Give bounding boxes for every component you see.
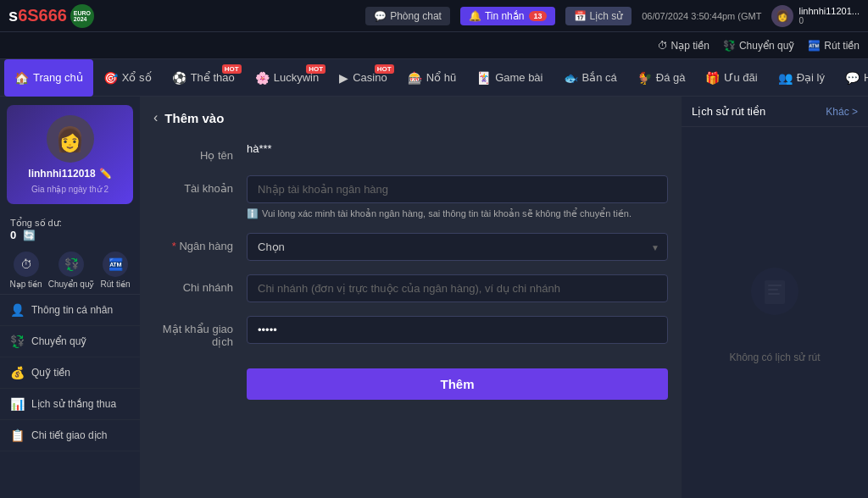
ngan-hang-wrap: Chọn <box>247 233 668 261</box>
nav-label-nohu: Nổ hũ <box>426 71 456 84</box>
hot-badge-luckywin: HOT <box>306 64 326 74</box>
right-panel-more[interactable]: Khác > <box>826 106 858 118</box>
nap-tien-action[interactable]: ⏱ Nạp tiền <box>658 40 709 52</box>
doc-icon: 📋 <box>10 429 25 442</box>
form-group-submit: Thêm <box>153 362 668 400</box>
main-area: 👩 linhnhi112018 ✏️ Gia nhập ngày thứ 2 T… <box>0 97 868 498</box>
refresh-icon[interactable]: 🔄 <box>23 230 36 241</box>
sidebar-menu: 👤 Thông tin cá nhân 💱 Chuyển quỹ 💰 Quỹ t… <box>0 295 140 498</box>
phong-chat-label: Phòng chat <box>390 10 442 22</box>
ho-ten-label: Họ tên <box>153 142 247 162</box>
nav-label-trangchu: Trang chủ <box>33 71 83 84</box>
nav-item-daga[interactable]: 🐓 Đá gà <box>627 59 696 97</box>
sidebar-item-thongtin[interactable]: 👤 Thông tin cá nhân <box>0 295 140 326</box>
nav-label-daily: Đại lý <box>797 71 825 84</box>
tai-khoan-wrap: ℹ️ Vui lòng xác minh tài khoản ngân hàng… <box>247 175 668 219</box>
nav-item-thethao[interactable]: ⚽ Thể thao HOT <box>162 59 245 97</box>
nav-item-daily[interactable]: 👥 Đại lý <box>768 59 835 97</box>
logo-area: s 6S666 EURO2024 <box>8 4 94 28</box>
form-group-hoten: Họ tên hà*** <box>153 142 668 162</box>
empty-icon <box>741 262 809 341</box>
chi-nhanh-wrap <box>247 274 668 302</box>
fish-icon: 🐟 <box>564 71 578 85</box>
nav-item-gamebai[interactable]: 🃏 Game bài <box>466 59 553 97</box>
nav-item-xoso[interactable]: 🎯 Xổ số <box>93 59 162 97</box>
cards-icon: 🃏 <box>476 71 491 85</box>
euro-badge: EURO2024 <box>70 4 94 28</box>
top-bar-right: 💬 Phòng chat 🔔 Tin nhắn 13 📅 Lịch sử 06/… <box>365 5 860 27</box>
balance-box: Tổng số dư: 0 🔄 <box>0 213 140 246</box>
wallet-icon: 💰 <box>10 366 25 379</box>
right-panel: Lịch sử rút tiền Khác > Không có lịch sử… <box>682 97 868 498</box>
svg-rect-1 <box>765 280 785 304</box>
sidebar-item-lichsu[interactable]: 📊 Lịch sử thắng thua <box>0 389 140 420</box>
svg-rect-3 <box>768 289 778 290</box>
tin-nhan-label: Tin nhắn <box>485 10 525 22</box>
chart-icon: 📊 <box>10 397 25 411</box>
chi-nhanh-label: Chi nhánh <box>153 274 247 294</box>
tai-khoan-hint-text: Vui lòng xác minh tài khoản ngân hàng, s… <box>262 208 632 219</box>
nav-item-casino[interactable]: ▶ Casino HOT <box>329 59 397 97</box>
sidebar-actions: ⏱ Nạp tiền 💱 Chuyển quỹ 🏧 Rút tiền <box>0 246 140 295</box>
nap-tien-label: Nạp tiền <box>671 40 709 52</box>
logo-666: 6S666 <box>18 6 67 25</box>
submit-button[interactable]: Thêm <box>247 368 668 400</box>
chi-nhanh-input[interactable] <box>247 274 668 302</box>
form-group-matkhau: Mật khẩu giao dịch <box>153 316 668 348</box>
mat-khau-input[interactable] <box>247 316 668 344</box>
nav-label-uudai: Ưu đãi <box>724 71 757 84</box>
sidebar-nap-tien[interactable]: ⏱ Nạp tiền <box>10 252 42 289</box>
form-group-taikhoan: Tài khoản ℹ️ Vui lòng xác minh tài khoản… <box>153 175 668 219</box>
chuyen-quy-icon: 💱 <box>723 40 736 52</box>
rooster-icon: 🐓 <box>637 71 652 85</box>
back-icon[interactable]: ‹ <box>153 110 158 125</box>
user-area: 👩 linhnhi11201... 0 <box>771 5 860 27</box>
agent-icon: 👥 <box>778 71 793 85</box>
ngan-hang-select[interactable]: Chọn <box>247 233 668 261</box>
luckywin-icon: 🌸 <box>255 71 270 85</box>
transfer-icon: 💱 <box>10 335 25 348</box>
chat-icon: 💬 <box>374 10 387 22</box>
chitiet-label: Chi tiết giao dịch <box>31 429 107 441</box>
nav-item-banca[interactable]: 🐟 Bắn cá <box>554 59 627 97</box>
sidebar-rut-tien[interactable]: 🏧 Rút tiền <box>101 252 131 289</box>
sidebar-item-quytien[interactable]: 💰 Quỹ tiền <box>0 357 140 389</box>
nav-item-uudai[interactable]: 🎁 Ưu đãi <box>695 59 767 97</box>
sidebar-chuyen-quy[interactable]: 💱 Chuyển quỹ <box>48 252 95 289</box>
nav-label-xoso: Xổ số <box>122 71 152 84</box>
right-panel-header: Lịch sử rút tiền Khác > <box>682 97 868 127</box>
chuyen-quy-icon-circle: 💱 <box>58 252 84 277</box>
tin-nhan-badge: 13 <box>529 11 546 21</box>
history-icon: 📅 <box>574 10 587 22</box>
edit-icon[interactable]: ✏️ <box>99 168 112 180</box>
sidebar-item-chitiet[interactable]: 📋 Chi tiết giao dịch <box>0 420 140 451</box>
nav-item-trangchu[interactable]: 🏠 Trang chủ <box>4 59 93 97</box>
balance-mini: 0 <box>798 16 860 25</box>
lich-su-button[interactable]: 📅 Lịch sử <box>565 7 632 25</box>
main-nav: 🏠 Trang chủ 🎯 Xổ số ⚽ Thể thao HOT 🌸 Luc… <box>0 59 868 97</box>
svg-rect-4 <box>768 293 780 295</box>
empty-state: Không có lịch sử rút <box>682 127 868 498</box>
svg-rect-2 <box>768 285 782 286</box>
page-title: Thêm vào <box>164 111 224 125</box>
bell-icon: 🔔 <box>469 10 481 22</box>
sidebar-item-chuyenquy[interactable]: 💱 Chuyển quỹ <box>0 326 140 357</box>
rut-tien-icon-circle: 🏧 <box>103 252 128 277</box>
top-bar: s 6S666 EURO2024 💬 Phòng chat 🔔 Tin nhắn… <box>0 0 868 32</box>
nav-item-luckywin[interactable]: 🌸 Luckywin HOT <box>245 59 329 97</box>
nav-label-banca: Bắn cá <box>582 71 617 84</box>
phong-chat-button[interactable]: 💬 Phòng chat <box>365 7 450 25</box>
tai-khoan-label: Tài khoản <box>153 175 247 195</box>
gift-icon: 🎁 <box>705 71 720 85</box>
rut-tien-action[interactable]: 🏧 Rút tiền <box>808 40 860 52</box>
nav-item-hotro[interactable]: 💬 Hỗ trợ <box>835 59 868 97</box>
tin-nhan-button[interactable]: 🔔 Tin nhắn 13 <box>460 7 555 25</box>
chuyen-quy-action[interactable]: 💱 Chuyển quỹ <box>723 40 794 52</box>
quytien-label: Quỹ tiền <box>31 367 70 379</box>
profile-card: 👩 linhnhi112018 ✏️ Gia nhập ngày thứ 2 <box>7 105 133 204</box>
nap-tien-sidebar-label: Nạp tiền <box>10 279 42 289</box>
nav-item-nohu[interactable]: 🎰 Nổ hũ <box>398 59 466 97</box>
tai-khoan-input[interactable] <box>247 175 668 203</box>
submit-wrap: Thêm <box>247 362 668 400</box>
chuyenquy-label: Chuyển quỹ <box>31 335 86 347</box>
